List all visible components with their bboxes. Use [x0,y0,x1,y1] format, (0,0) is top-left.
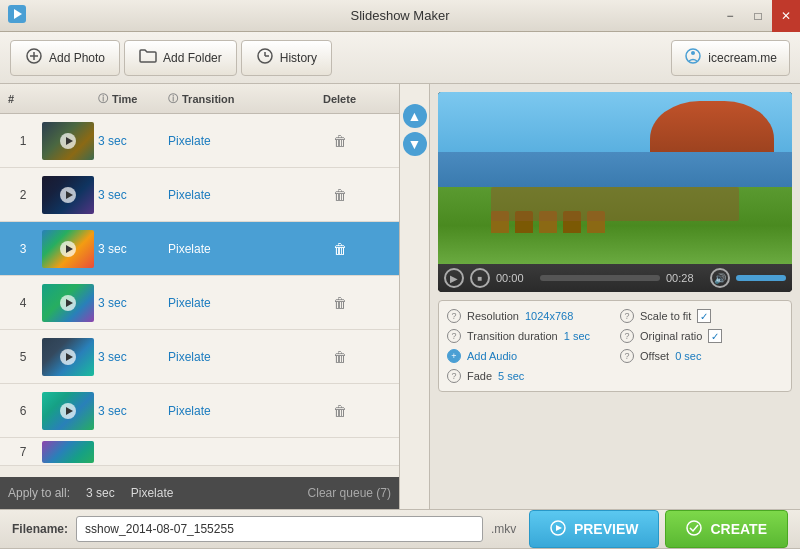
table-row[interactable]: 3 3 sec Pixelate 🗑 [0,222,399,276]
clear-queue-button[interactable]: Clear queue (7) [308,486,391,500]
row-number: 3 [8,242,38,256]
row-number: 6 [8,404,38,418]
delete-button[interactable]: 🗑 [327,401,353,421]
row-thumbnail [38,441,98,463]
action-buttons: PREVIEW CREATE [529,510,788,548]
thumbnail-image [42,284,94,322]
progress-bar[interactable] [540,275,660,281]
history-button[interactable]: History [241,40,332,76]
header-time: ⓘ Time [98,92,168,106]
delete-button[interactable]: 🗑 [327,239,353,259]
transition-value[interactable]: Pixelate [168,242,211,256]
move-up-button[interactable]: ▲ [403,104,427,128]
add-photo-button[interactable]: Add Photo [10,40,120,76]
preview-button[interactable]: PREVIEW [529,510,660,548]
add-folder-button[interactable]: Add Folder [124,40,237,76]
offset-value[interactable]: 0 sec [675,350,701,362]
add-folder-label: Add Folder [163,51,222,65]
delete-button[interactable]: 🗑 [327,293,353,313]
transition-value[interactable]: Pixelate [168,134,211,148]
minimize-button[interactable]: − [716,0,744,32]
transition-value[interactable]: Pixelate [168,188,211,202]
transition-value[interactable]: Pixelate [168,350,211,364]
play-button[interactable]: ▶ [444,268,464,288]
table-row[interactable]: 7 [0,438,399,466]
volume-button[interactable]: 🔊 [710,268,730,288]
time-value[interactable]: 3 sec [98,404,127,418]
row-thumbnail [38,230,98,268]
table-row[interactable]: 4 3 sec Pixelate 🗑 [0,276,399,330]
table-row[interactable]: 1 3 sec Pixelate 🗑 [0,114,399,168]
row-delete: 🗑 [288,293,391,313]
table-header: # ⓘ Time ⓘ Transition Delete [0,84,399,114]
transition-label: Transition duration [467,330,558,342]
time-value[interactable]: 3 sec [98,242,127,256]
scale-checkbox[interactable]: ✓ [697,309,711,323]
fade-info-icon[interactable]: ? [447,369,461,383]
filename-input[interactable] [76,516,483,542]
delete-button[interactable]: 🗑 [327,347,353,367]
maximize-button[interactable]: □ [744,0,772,32]
row-transition: Pixelate [168,188,288,202]
total-time: 00:28 [666,272,704,284]
time-value[interactable]: 3 sec [98,350,127,364]
table-row[interactable]: 5 3 sec Pixelate 🗑 [0,330,399,384]
volume-bar[interactable] [736,275,786,281]
chair [563,211,581,233]
delete-button[interactable]: 🗑 [327,131,353,151]
transition-value[interactable]: Pixelate [168,404,211,418]
row-delete: 🗑 [288,131,391,151]
close-button[interactable]: ✕ [772,0,800,32]
right-panel: ▶ ■ 00:00 00:28 🔊 ? Resolution 1024x768 … [430,84,800,509]
scale-info-icon[interactable]: ? [620,309,634,323]
thumb-play-icon [60,403,76,419]
transition-info-icon[interactable]: ? [447,329,461,343]
thumbnail-image [42,122,94,160]
transition-value[interactable]: Pixelate [168,296,211,310]
preview-icon [550,520,566,539]
row-time: 3 sec [98,296,168,310]
fade-value[interactable]: 5 sec [498,370,524,382]
row-delete: 🗑 [288,347,391,367]
original-ratio-checkbox[interactable]: ✓ [708,329,722,343]
row-time: 3 sec [98,350,168,364]
thumb-play-icon [60,349,76,365]
add-audio-link[interactable]: Add Audio [467,350,517,362]
row-time: 3 sec [98,188,168,202]
chair [539,211,557,233]
toolbar-right: icecream.me [671,40,790,76]
apply-time[interactable]: 3 sec [86,486,115,500]
time-value[interactable]: 3 sec [98,134,127,148]
svg-point-12 [687,521,701,535]
original-ratio-info-icon[interactable]: ? [620,329,634,343]
apply-bar: Apply to all: 3 sec Pixelate Clear queue… [0,477,399,509]
offset-info-icon[interactable]: ? [620,349,634,363]
add-audio-icon[interactable]: + [447,349,461,363]
original-ratio-row: ? Original ratio ✓ [620,329,783,343]
app-icon [8,5,26,26]
header-num: # [8,93,38,105]
delete-button[interactable]: 🗑 [327,185,353,205]
chairs [491,202,686,233]
time-value[interactable]: 3 sec [98,296,127,310]
transition-row: ? Transition duration 1 sec [447,329,610,343]
apply-transition[interactable]: Pixelate [131,486,174,500]
resolution-value[interactable]: 1024x768 [525,310,573,322]
create-button[interactable]: CREATE [665,510,788,548]
thumbnail-image [42,392,94,430]
time-value[interactable]: 3 sec [98,188,127,202]
offset-row: ? Offset 0 sec [620,349,783,363]
row-thumbnail [38,284,98,322]
transition-value[interactable]: 1 sec [564,330,590,342]
brand-button[interactable]: icecream.me [671,40,790,76]
video-preview [438,92,792,264]
resolution-row: ? Resolution 1024x768 [447,309,610,323]
filename-extension: .mkv [491,522,521,536]
title-bar: Slideshow Maker − □ ✕ [0,0,800,32]
table-row[interactable]: 2 3 sec Pixelate 🗑 [0,168,399,222]
row-time: 3 sec [98,134,168,148]
stop-button[interactable]: ■ [470,268,490,288]
table-row[interactable]: 6 3 sec Pixelate 🗑 [0,384,399,438]
resolution-info-icon[interactable]: ? [447,309,461,323]
move-down-button[interactable]: ▼ [403,132,427,156]
